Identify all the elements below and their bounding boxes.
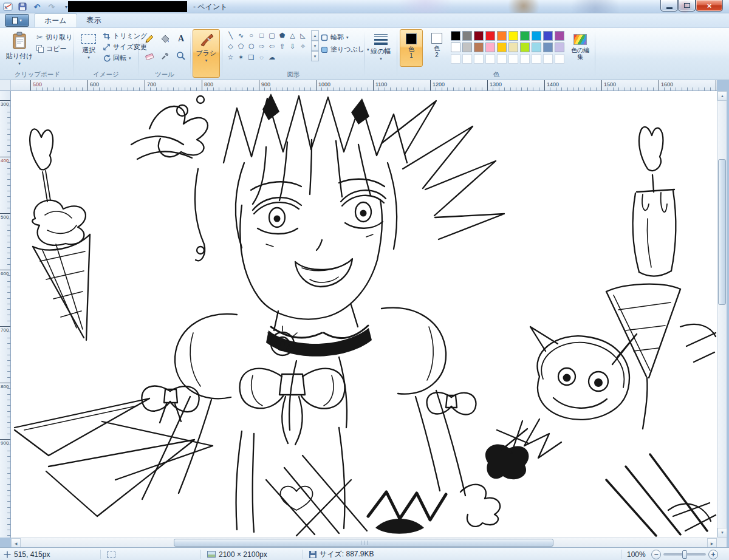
palette-swatch[interactable] bbox=[508, 43, 518, 52]
magnifier-tool-button[interactable] bbox=[174, 49, 188, 63]
palette-swatch[interactable] bbox=[462, 43, 472, 52]
horizontal-scrollbar-thumb[interactable] bbox=[174, 539, 553, 547]
palette-swatch[interactable] bbox=[474, 31, 484, 41]
palette-swatch[interactable] bbox=[508, 31, 518, 41]
palette-swatch[interactable] bbox=[451, 43, 460, 52]
ribbon: 貼り付け ▾ ✂ 切り取り コピー クリップボード 選択 ▾ トリミング サイズ… bbox=[0, 28, 729, 80]
redo-button[interactable]: ↷ bbox=[46, 1, 57, 12]
rotate-button[interactable]: 回転 ▾ bbox=[103, 53, 131, 63]
shape-button[interactable]: △ bbox=[288, 30, 297, 40]
palette-swatch[interactable] bbox=[497, 31, 507, 41]
palette-empty-swatch[interactable] bbox=[543, 54, 553, 64]
zoom-out-button[interactable]: − bbox=[651, 548, 661, 560]
shape-outline-button[interactable]: 輪郭 ▾ bbox=[321, 33, 349, 42]
palette-empty-swatch[interactable] bbox=[508, 54, 518, 64]
pencil-tool-button[interactable] bbox=[142, 32, 157, 46]
palette-empty-swatch[interactable] bbox=[520, 54, 530, 64]
zoom-slider-thumb[interactable] bbox=[682, 550, 687, 559]
shape-button[interactable]: □ bbox=[257, 30, 266, 40]
shape-button[interactable]: ⬡ bbox=[247, 41, 256, 51]
paint-app-icon[interactable] bbox=[2, 1, 13, 12]
shape-button[interactable]: ❑ bbox=[247, 52, 256, 62]
fill-bucket-tool-button[interactable] bbox=[158, 32, 173, 46]
tab-view[interactable]: 表示 bbox=[77, 13, 111, 27]
scroll-left-arrow-icon[interactable]: ◀ bbox=[11, 538, 21, 548]
palette-swatch[interactable] bbox=[555, 43, 564, 52]
palette-swatch[interactable] bbox=[462, 31, 472, 41]
scroll-up-arrow-icon[interactable]: ▲ bbox=[717, 91, 727, 101]
zoom-in-button[interactable]: + bbox=[708, 548, 718, 560]
shape-fill-button[interactable]: 塗りつぶし ▾ bbox=[321, 45, 369, 54]
palette-swatch[interactable] bbox=[485, 31, 495, 41]
shape-button[interactable]: ○ bbox=[247, 30, 256, 40]
minimize-button[interactable] bbox=[660, 0, 678, 12]
zoom-slider-track[interactable] bbox=[663, 553, 706, 556]
shape-button[interactable]: ☁ bbox=[267, 52, 276, 62]
edit-colors-button[interactable]: 色の編集 bbox=[567, 29, 593, 60]
shape-button[interactable]: ✧ bbox=[298, 41, 307, 51]
palette-swatch[interactable] bbox=[485, 43, 495, 52]
eraser-tool-button[interactable] bbox=[142, 49, 157, 63]
palette-swatch[interactable] bbox=[555, 31, 564, 41]
vertical-scrollbar-thumb[interactable] bbox=[718, 159, 726, 305]
save-button[interactable] bbox=[17, 1, 28, 12]
palette-swatch[interactable] bbox=[520, 43, 530, 52]
palette-empty-swatch[interactable] bbox=[474, 54, 484, 64]
undo-button[interactable]: ↶ bbox=[32, 1, 43, 12]
shape-button[interactable]: ⇦ bbox=[267, 41, 276, 51]
horizontal-scrollbar[interactable]: ◀ ▶ bbox=[11, 538, 717, 547]
copy-button[interactable]: コピー bbox=[36, 44, 67, 53]
palette-swatch[interactable] bbox=[543, 31, 553, 41]
text-tool-button[interactable]: A bbox=[174, 32, 188, 46]
shape-button[interactable]: ▢ bbox=[267, 30, 276, 40]
shape-button[interactable]: ╲ bbox=[226, 30, 235, 40]
palette-empty-swatch[interactable] bbox=[462, 54, 472, 64]
brushes-button[interactable]: ブラシ ▾ bbox=[193, 29, 220, 78]
drawing-canvas[interactable] bbox=[11, 91, 717, 538]
palette-empty-swatch[interactable] bbox=[451, 54, 460, 64]
vertical-scrollbar[interactable]: ▲ ▼ bbox=[717, 91, 727, 538]
shapes-scroll-up-button[interactable]: ▲ bbox=[311, 30, 319, 41]
palette-empty-swatch[interactable] bbox=[497, 54, 507, 64]
palette-empty-swatch[interactable] bbox=[555, 54, 564, 64]
shape-button[interactable]: ☆ bbox=[226, 52, 235, 62]
cut-button[interactable]: ✂ 切り取り bbox=[36, 33, 72, 42]
shape-button[interactable]: ◇ bbox=[226, 41, 235, 51]
palette-swatch[interactable] bbox=[543, 43, 553, 52]
maximize-button[interactable] bbox=[678, 0, 696, 12]
shape-button[interactable]: ⬟ bbox=[278, 30, 287, 40]
zoom-slider[interactable] bbox=[663, 548, 706, 560]
color-picker-tool-button[interactable] bbox=[158, 49, 173, 63]
palette-swatch[interactable] bbox=[520, 31, 530, 41]
shape-button[interactable]: ◌ bbox=[257, 52, 266, 62]
close-button[interactable]: × bbox=[696, 0, 723, 12]
palette-swatch[interactable] bbox=[532, 31, 541, 41]
palette-empty-swatch[interactable] bbox=[485, 54, 495, 64]
scroll-right-arrow-icon[interactable]: ▶ bbox=[707, 538, 717, 548]
shapes-scroll-down-button[interactable]: ▼ bbox=[311, 41, 319, 51]
shape-button[interactable]: ◺ bbox=[298, 30, 307, 40]
color2-button[interactable]: 色2 bbox=[425, 29, 448, 67]
palette-swatch[interactable] bbox=[532, 43, 541, 52]
select-button[interactable]: 選択 ▾ bbox=[76, 29, 101, 60]
palette-swatch[interactable] bbox=[451, 31, 460, 41]
line-width-button[interactable]: 線の幅 ▾ bbox=[368, 29, 394, 61]
shape-button[interactable]: ✶ bbox=[236, 52, 245, 62]
palette-swatch[interactable] bbox=[474, 43, 484, 52]
tab-home[interactable]: ホーム bbox=[34, 13, 77, 27]
shape-button[interactable]: ⬠ bbox=[236, 41, 245, 51]
application-menu-button[interactable]: ▾ bbox=[5, 14, 29, 27]
rotate-icon bbox=[103, 54, 111, 62]
shape-button[interactable]: ∿ bbox=[236, 30, 245, 40]
shapes-more-button[interactable]: ▼ bbox=[311, 51, 319, 61]
chevron-down-icon: ▾ bbox=[18, 61, 21, 66]
scroll-down-arrow-icon[interactable]: ▼ bbox=[717, 528, 727, 538]
shape-button[interactable]: ⇩ bbox=[288, 41, 297, 51]
shape-button[interactable]: ⇧ bbox=[278, 41, 287, 51]
shape-button[interactable]: ⇨ bbox=[257, 41, 266, 51]
ruler-tick-label: 300 bbox=[0, 100, 11, 157]
palette-swatch[interactable] bbox=[497, 43, 507, 52]
palette-empty-swatch[interactable] bbox=[532, 54, 541, 64]
color1-button[interactable]: 色1 bbox=[400, 29, 423, 67]
paste-button[interactable]: 貼り付け ▾ bbox=[4, 29, 35, 66]
